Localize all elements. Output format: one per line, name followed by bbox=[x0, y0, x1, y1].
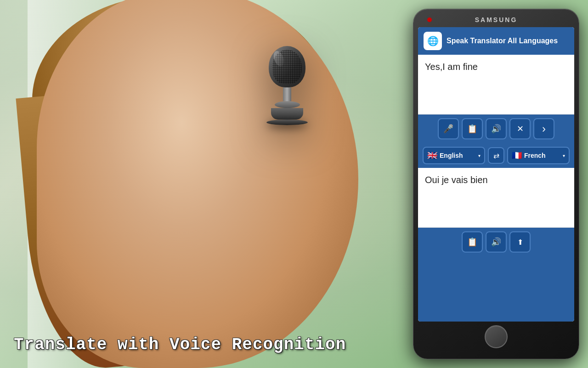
target-lang-flag: 🇫🇷 bbox=[512, 150, 522, 161]
source-lang-selector[interactable]: 🇬🇧 English ▾ bbox=[423, 147, 485, 164]
phone-camera bbox=[427, 17, 432, 22]
source-lang-flag: 🇬🇧 bbox=[427, 150, 437, 161]
mic-head bbox=[269, 46, 305, 87]
target-lang-name: French bbox=[524, 152, 560, 159]
mic-neck bbox=[283, 87, 291, 101]
app-header: 🌐 Speak Translator All Languages bbox=[418, 27, 574, 55]
speak-button[interactable]: 🔊 bbox=[486, 118, 507, 139]
source-lang-chevron: ▾ bbox=[478, 153, 481, 158]
bottom-controls-bar[interactable]: 📋 🔊 ⬆ bbox=[418, 228, 574, 322]
forward-button[interactable]: › bbox=[533, 118, 554, 139]
copy-button[interactable]: 📋 bbox=[462, 118, 483, 139]
phone-brand: SAMSUNG bbox=[475, 16, 518, 23]
phone-speaker bbox=[560, 17, 565, 22]
phone-wrapper: SAMSUNG 🌐 Speak Translator All Languages… bbox=[413, 9, 579, 359]
home-button[interactable] bbox=[485, 325, 508, 348]
copy-translation-button[interactable]: 📋 bbox=[462, 231, 483, 253]
person-face bbox=[37, 0, 358, 368]
phone: SAMSUNG 🌐 Speak Translator All Languages… bbox=[413, 9, 579, 359]
tagline: Translate with Voice Recognition bbox=[14, 335, 346, 354]
source-lang-name: English bbox=[440, 152, 476, 159]
share-button[interactable]: ⬆ bbox=[509, 231, 531, 253]
mic-base bbox=[271, 108, 303, 120]
translation-text-area: Oui je vais bien bbox=[418, 168, 574, 228]
swap-button[interactable]: ⇄ bbox=[488, 147, 504, 164]
speak-translation-button[interactable]: 🔊 bbox=[486, 231, 507, 253]
phone-bottom bbox=[418, 325, 574, 348]
target-lang-selector[interactable]: 🇫🇷 French ▾ bbox=[507, 147, 570, 164]
microphone bbox=[266, 46, 308, 125]
mic-platform bbox=[266, 120, 308, 125]
translated-text: Oui je vais bien bbox=[425, 175, 488, 185]
app-title: Speak Translator All Languages bbox=[447, 37, 558, 45]
language-bar: 🇬🇧 English ▾ ⇄ 🇫🇷 French ▾ bbox=[418, 143, 574, 168]
swap-icon: ⇄ bbox=[493, 151, 499, 160]
target-lang-chevron: ▾ bbox=[563, 153, 565, 158]
person-area bbox=[0, 0, 395, 368]
phone-top-bar: SAMSUNG bbox=[418, 16, 574, 23]
source-text: Yes,I am fine bbox=[425, 62, 478, 72]
controls-bar[interactable]: 🎤 📋 🔊 ✕ › bbox=[418, 115, 574, 143]
mic-base-ring bbox=[275, 101, 300, 108]
clear-button[interactable]: ✕ bbox=[509, 118, 531, 139]
phone-screen: 🌐 Speak Translator All Languages Yes,I a… bbox=[418, 27, 574, 322]
mic-button[interactable]: 🎤 bbox=[438, 118, 459, 139]
app-icon: 🌐 bbox=[424, 32, 442, 50]
source-text-area: Yes,I am fine bbox=[418, 55, 574, 115]
app-icon-symbol: 🌐 bbox=[427, 35, 439, 46]
